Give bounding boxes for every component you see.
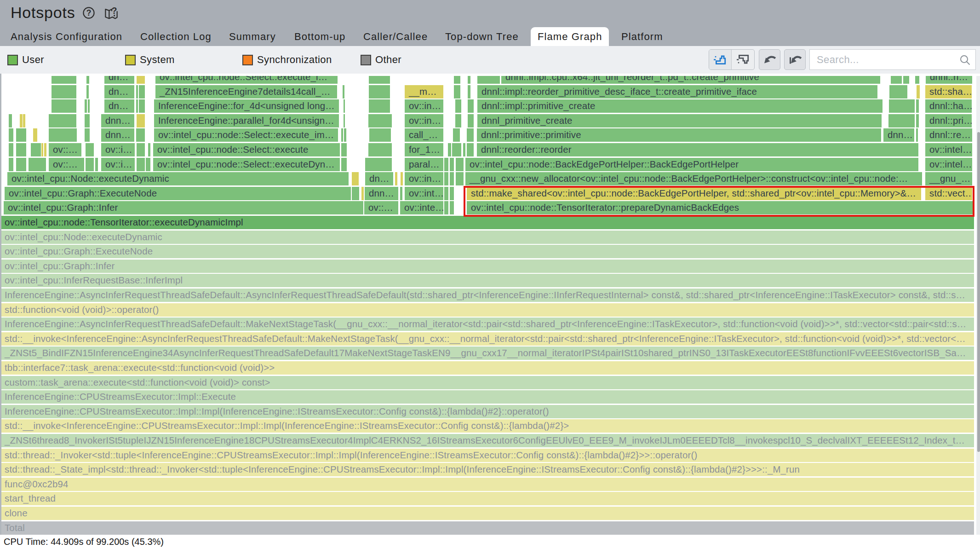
flame-box-dnnl-impl-cpu-x64-jit-uni-reorder-t-pd-t[interactable]: dnnl::impl::cpu::x64::jit_uni_reorder_t:… [501, 76, 880, 84]
flame-box[interactable] [369, 85, 390, 98]
tab-bottom-up[interactable]: Bottom-up [287, 27, 352, 46]
flame-box-for-1[interactable]: for_1… [405, 143, 443, 156]
flame-box-std-vect[interactable]: std::vect… [925, 187, 972, 200]
flame-box-ZNSt6thread8-InvokerISt5tupleIJZN15Infe[interactable]: _ZNSt6thread8_InvokerISt5tupleIJZN15Infe… [1, 434, 974, 447]
flame-box-ov-in[interactable]: ov::in… [405, 99, 443, 113]
flame-box[interactable] [468, 99, 474, 113]
flame-box-paral[interactable]: paral… [405, 158, 443, 171]
flame-box[interactable] [454, 85, 460, 98]
flame-box-dnnl-primitive-primitive[interactable]: dnnl::primitive::primitive [477, 128, 881, 142]
flame-box[interactable] [341, 128, 343, 142]
flame-box-ov-intel-cpu-node-Select-executeDyn[interactable]: ov::intel_cpu::node::Select::executeDyn… [153, 158, 340, 171]
flame-box[interactable] [136, 99, 138, 113]
flame-box[interactable] [444, 201, 448, 214]
flame-box[interactable] [343, 85, 344, 98]
flame-box[interactable] [136, 128, 145, 142]
flame-box-call[interactable]: call_… [405, 128, 443, 142]
flame-box[interactable] [139, 99, 145, 113]
flame-box[interactable] [369, 128, 391, 142]
flame-box[interactable] [136, 85, 138, 98]
flame-box-ov-in[interactable]: ov::in… [405, 114, 443, 127]
flame-box-dnn[interactable]: dnn… [365, 187, 398, 200]
flame-box-InferenceEngine-for-4d-unsigned-long[interactable]: InferenceEngine::for_4d<unsigned long… [154, 99, 339, 113]
flame-box[interactable] [9, 128, 13, 142]
flame-box-InferenceEngine-parallel-for4d-unsign[interactable]: InferenceEngine::parallel_for4d<unsign… [154, 114, 339, 127]
flame-box[interactable] [137, 114, 145, 127]
flame-box[interactable] [344, 128, 346, 142]
flame-box[interactable] [365, 158, 392, 171]
flame-box[interactable] [450, 172, 454, 185]
flame-box-ov-i[interactable]: ov::i… [101, 158, 135, 171]
flame-box[interactable] [361, 187, 364, 200]
flame-box[interactable] [448, 143, 451, 156]
flame-box-ov-i[interactable]: ov::i… [101, 143, 135, 156]
flame-box[interactable] [9, 158, 13, 171]
flame-box[interactable] [467, 128, 474, 142]
flame-box[interactable] [889, 99, 915, 113]
flame-box[interactable] [450, 187, 454, 200]
flame-box-dnnl-reorder-reorder[interactable]: dnnl::reorder::reorder [477, 143, 918, 156]
flame-box[interactable] [468, 114, 474, 127]
flame-box[interactable] [86, 85, 89, 98]
flame-box-ov-intel-cpu-Node-executeDynamic[interactable]: ov::intel_cpu::Node::executeDynamic [1, 231, 974, 244]
flame-box[interactable] [454, 76, 460, 84]
icicle-view-button[interactable] [732, 50, 754, 69]
flame-box[interactable] [455, 99, 461, 113]
flame-box[interactable] [49, 128, 77, 142]
tab-platform[interactable]: Platform [614, 27, 670, 46]
flame-box[interactable] [341, 143, 347, 156]
flame-box-dn[interactable]: dn… [365, 172, 393, 185]
flame-box[interactable] [444, 158, 448, 171]
flame-box-dnnl-impl-primitive-create[interactable]: dnnl::impl::primitive_create [477, 99, 883, 113]
flame-box[interactable] [400, 187, 402, 200]
tab-summary[interactable]: Summary [222, 27, 283, 46]
flame-box-dnnl-pri[interactable]: dnnl::pri… [925, 114, 972, 127]
flame-box[interactable] [352, 172, 359, 185]
flame-box-InferenceEngine-CPUStreamsExecutor-Impl[interactable]: InferenceEngine::CPUStreamsExecutor::Imp… [1, 405, 974, 418]
tab-collection-log[interactable]: Collection Log [133, 27, 218, 46]
flame-box[interactable] [9, 114, 12, 127]
flame-box[interactable] [468, 76, 470, 84]
undo-all-zoom-button[interactable] [784, 49, 806, 70]
flame-box-dn[interactable]: dn… [104, 85, 134, 98]
flame-box-ov[interactable]: ov::… [364, 201, 398, 214]
flame-box[interactable] [369, 76, 390, 84]
flame-box[interactable] [455, 114, 461, 127]
flame-box-start-thread[interactable]: start_thread [1, 492, 974, 505]
flame-box-std-make-shared-ov-intel-cpu-node-BackEd[interactable]: std::make_shared<ov::intel_cpu::node::Ba… [467, 187, 921, 200]
flame-box-m[interactable]: __m… [405, 85, 443, 98]
flame-box-ov-intel[interactable]: ov::intel… [925, 143, 972, 156]
flame-box[interactable] [889, 85, 907, 98]
flame-box[interactable] [86, 76, 89, 84]
flame-box-std-invoke-InferenceEngine-AsyncInferReq[interactable]: std::__invoke<InferenceEngine::AsyncInfe… [1, 332, 974, 346]
flame-box-dn[interactable]: dn… [104, 99, 134, 113]
search-icon[interactable] [959, 54, 971, 66]
flame-box-ov-intel-cpu-node-Select-execute-i[interactable]: ov::intel_cpu::node::Select::execute_i… [155, 76, 338, 84]
flame-box-InferenceEngine-AsyncInferRequestThreadS[interactable]: InferenceEngine::AsyncInferRequestThread… [1, 318, 974, 331]
flame-box-Total[interactable]: Total [1, 521, 974, 535]
flame-box[interactable] [444, 187, 448, 200]
flame-box[interactable] [368, 114, 392, 127]
flame-box[interactable] [16, 158, 26, 171]
map-guide-icon[interactable]: ? [104, 6, 119, 20]
flame-box-dnnl-n[interactable]: dnnl::n… [926, 76, 972, 84]
flame-box[interactable] [137, 143, 145, 156]
help-icon[interactable]: ? [83, 7, 95, 19]
flame-box-ov-int[interactable]: ov::int… [405, 187, 443, 200]
flame-box[interactable] [456, 172, 464, 185]
tab-caller-callee[interactable]: Caller/Callee [356, 27, 435, 46]
flame-box[interactable] [450, 201, 454, 214]
flame-box[interactable] [468, 85, 470, 98]
flame-box[interactable] [352, 187, 359, 200]
flame-view-button[interactable] [709, 50, 732, 69]
flame-box-gnu[interactable]: __gnu_… [925, 172, 972, 185]
flame-box-ov-intel-cpu-Graph-ExecuteNode[interactable]: ov::intel_cpu::Graph::ExecuteNode [1, 245, 974, 258]
flame-box[interactable] [52, 85, 76, 98]
flame-box-gnu-cxx-new-allocator-ov-intel-cpu-node[interactable]: __gnu_cxx::new_allocator<ov::intel_cpu::… [465, 172, 922, 185]
flame-box[interactable] [139, 85, 145, 98]
tab-analysis-configuration[interactable]: Analysis Configuration [4, 27, 129, 46]
flame-box[interactable] [369, 99, 390, 113]
flame-box-std-thread-State-impl-std-thread-Invoker[interactable]: std::thread::_State_impl<std::thread::_I… [1, 463, 974, 476]
flame-box[interactable] [395, 172, 397, 185]
flame-box-dn[interactable]: dn… [104, 76, 134, 84]
